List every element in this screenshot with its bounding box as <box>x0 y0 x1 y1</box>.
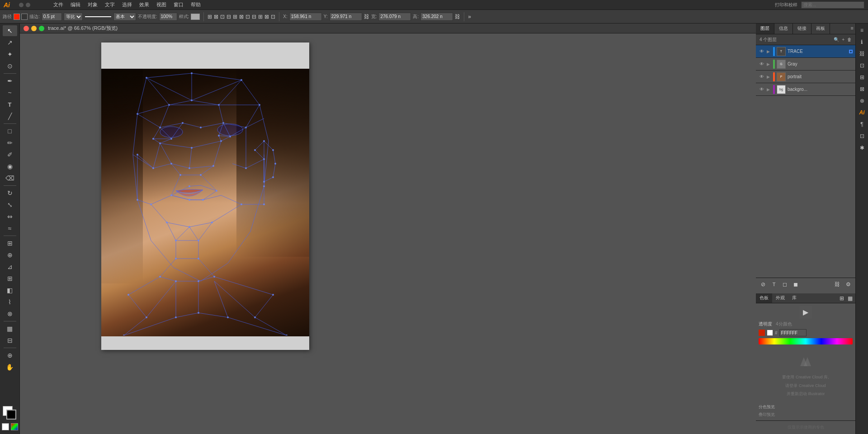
stroke-type-select[interactable]: 等比 <box>64 13 83 21</box>
layer-item-portrait[interactable]: 👁 ▶ P portrait <box>756 71 855 83</box>
panel-menu-btn[interactable]: ≡ <box>849 24 855 34</box>
blob-brush-tool-btn[interactable]: ◉ <box>3 161 17 172</box>
gradient-tool-btn[interactable]: ◧ <box>3 285 17 296</box>
swatch-view-btn-1[interactable]: ⊞ <box>838 295 845 302</box>
info-icon-btn[interactable]: ℹ <box>857 37 867 47</box>
line-tool-btn[interactable]: ╱ <box>3 111 17 122</box>
tab-libraries[interactable]: 库 <box>788 293 800 303</box>
mesh-tool-btn[interactable]: ⊞ <box>3 273 17 284</box>
height-input[interactable] <box>420 13 453 21</box>
x-input[interactable] <box>289 13 322 21</box>
layer-expand-background[interactable]: ▶ <box>767 87 771 92</box>
make-clipping-mask-btn[interactable]: ⊘ <box>759 280 768 289</box>
menu-file[interactable]: 文件 <box>53 1 63 8</box>
opacity-input[interactable] <box>159 13 177 21</box>
layer-vis-gray[interactable]: 👁 <box>759 61 765 67</box>
minimize-button[interactable] <box>31 26 37 31</box>
zoom-tool-btn[interactable]: ⊕ <box>3 350 17 361</box>
menu-help[interactable]: 帮助 <box>191 1 201 8</box>
btn-settings[interactable]: ⚙ <box>844 280 853 289</box>
selection-tool-btn[interactable]: ↖ <box>3 25 17 36</box>
stroke-color-black[interactable] <box>21 14 28 20</box>
direct-selection-tool-btn[interactable]: ↗ <box>3 37 17 48</box>
perspective-tool-btn[interactable]: ⊿ <box>3 261 17 272</box>
btn-3[interactable]: ◻ <box>780 280 789 289</box>
slice-tool-btn[interactable]: ⊟ <box>3 335 17 346</box>
search-input[interactable] <box>801 1 864 9</box>
links-icon-btn[interactable]: ⛓ <box>857 49 867 59</box>
lasso-tool-btn[interactable]: ⊙ <box>3 61 17 71</box>
pen-tool-btn[interactable]: ✒ <box>3 75 17 86</box>
warp-tool-btn[interactable]: ≈ <box>3 223 17 234</box>
menu-type[interactable]: 文字 <box>105 1 115 8</box>
paragraph-btn[interactable]: ¶ <box>857 119 867 129</box>
scale-tool-btn[interactable]: ⤡ <box>3 199 17 210</box>
shape-tool-btn[interactable]: □ <box>3 126 17 137</box>
expand-btn[interactable]: ⊡ <box>857 131 867 141</box>
menu-edit[interactable]: 编辑 <box>71 1 80 8</box>
settings-strip-btn[interactable]: ✱ <box>857 143 867 153</box>
free-transform-tool-btn[interactable]: ⊞ <box>3 238 17 249</box>
menu-effect[interactable]: 效果 <box>139 1 149 8</box>
artboards-icon-btn[interactable]: ⊡ <box>857 61 867 71</box>
stroke-swatch[interactable] <box>6 410 16 420</box>
paintbrush-tool-btn[interactable]: ✏ <box>3 137 17 148</box>
layer-vis-background[interactable]: 👁 <box>759 86 765 93</box>
layer-expand-gray[interactable]: ▶ <box>767 62 771 66</box>
stroke-width-input[interactable] <box>42 13 62 21</box>
color-mode-white[interactable] <box>2 423 9 430</box>
layer-vis-trace[interactable]: 👁 <box>759 48 765 55</box>
pencil-tool-btn[interactable]: ✐ <box>3 149 17 160</box>
artboard[interactable] <box>101 42 309 350</box>
menu-object[interactable]: 对象 <box>88 1 98 8</box>
layer-search-icon[interactable]: 🔍 <box>834 37 839 42</box>
create-symbol-btn[interactable]: T <box>769 280 778 289</box>
layer-item-trace[interactable]: 👁 ▶ T TRACE <box>756 45 855 58</box>
eraser-tool-btn[interactable]: ⌫ <box>3 173 17 184</box>
maximize-button[interactable] <box>39 26 44 31</box>
layer-vis-portrait[interactable]: 👁 <box>759 74 765 80</box>
y-input[interactable] <box>330 13 362 21</box>
recolor-tab[interactable]: 4分颜色 <box>776 321 792 327</box>
ai-type-btn[interactable]: Ai <box>857 108 867 118</box>
layer-expand-portrait[interactable]: ▶ <box>767 75 771 79</box>
tab-appearance[interactable]: 外观 <box>772 293 788 303</box>
btn-4[interactable]: ◼ <box>791 280 800 289</box>
tab-info[interactable]: 信息 <box>774 24 793 34</box>
width-input[interactable] <box>378 13 411 21</box>
tab-swatches[interactable]: 色板 <box>756 293 772 303</box>
layer-add-icon[interactable]: + <box>842 37 844 42</box>
color-swatch-red[interactable] <box>759 330 765 336</box>
width-tool-btn[interactable]: ⇔ <box>3 211 17 222</box>
stroke-color-red[interactable] <box>14 14 20 20</box>
curvature-tool-btn[interactable]: ~ <box>3 87 17 98</box>
more-options-icon[interactable]: » <box>468 14 471 20</box>
color-swatch-white[interactable] <box>767 330 773 336</box>
canvas-area[interactable]: trace.ai* @ 66.67% (RGB/预览) <box>20 24 756 434</box>
layers-icon-btn[interactable]: ≡ <box>857 25 867 35</box>
fill-stroke-swatches[interactable] <box>3 406 17 420</box>
tab-layers[interactable]: 图层 <box>756 24 774 34</box>
color-spectrum[interactable] <box>759 338 853 344</box>
menu-window[interactable]: 窗口 <box>174 1 184 8</box>
transform-panel-btn[interactable]: ⊞ <box>857 72 867 82</box>
tab-artboards[interactable]: 画板 <box>811 24 830 34</box>
align-panel-btn[interactable]: ⊠ <box>857 84 867 94</box>
hex-color-input[interactable] <box>779 329 807 336</box>
layer-expand-trace[interactable]: ▶ <box>767 49 771 54</box>
transform-select[interactable]: 基本 <box>113 13 136 21</box>
shape-builder-tool-btn[interactable]: ⊕ <box>3 250 17 260</box>
type-tool-btn[interactable]: T <box>3 99 17 110</box>
magic-wand-tool-btn[interactable]: ✦ <box>3 49 17 60</box>
btn-cc-link[interactable]: ⛓ <box>833 280 842 289</box>
layer-delete-icon[interactable]: 🗑 <box>847 37 852 42</box>
blend-tool-btn[interactable]: ⊗ <box>3 308 17 319</box>
close-button[interactable] <box>24 26 29 31</box>
menu-select[interactable]: 选择 <box>122 1 132 8</box>
eyedropper-tool-btn[interactable]: ⌇ <box>3 297 17 307</box>
proportions-icon[interactable]: ⛓ <box>455 14 460 20</box>
rotate-tool-btn[interactable]: ↻ <box>3 188 17 198</box>
transparency-tab[interactable]: 透明度 <box>759 321 772 327</box>
layer-item-background[interactable]: 👁 ▶ bg backgro... <box>756 83 855 96</box>
menu-view[interactable]: 视图 <box>156 1 166 8</box>
